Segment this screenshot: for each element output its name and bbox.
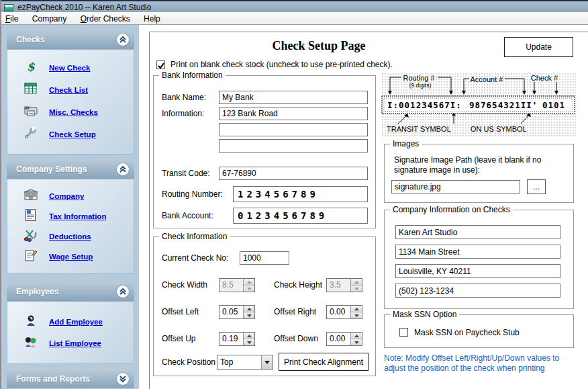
bank-information-groupbox: Bank Information Bank Name: Information:… (153, 75, 376, 228)
company-name-input[interactable] (395, 225, 560, 239)
offset-down-label: Offset Down (274, 334, 318, 343)
spin-down-icon[interactable] (351, 339, 362, 345)
bank-account-label: Bank Account: (162, 211, 213, 220)
sidebar-item-add-employee[interactable]: Add Employee (7, 311, 134, 333)
sidebar-panel-company-settings: Company Tax Information Deductions Wage … (7, 179, 134, 274)
stepper-value: 8.5 (219, 279, 243, 292)
deductions-icon (21, 228, 41, 245)
section-title: Forms and Reports (16, 374, 90, 384)
section-title: Checks (16, 35, 45, 44)
mask-ssn-checkbox[interactable] (399, 328, 408, 337)
chevron-down-icon[interactable] (117, 373, 129, 385)
sidebar-item-company[interactable]: Company (7, 186, 134, 206)
micr-check-number-text: 0101 (542, 100, 565, 110)
sidebar-item-misc-checks[interactable]: Misc. Checks (7, 101, 134, 123)
stepper-value: 0.05 (219, 306, 243, 318)
offset-right-stepper[interactable]: 0.00 (326, 305, 362, 319)
check-height-label: Check Height (274, 280, 322, 290)
sidebar-section-company-settings-header[interactable]: Company Settings (7, 160, 134, 179)
sidebar-item-check-setup[interactable]: Check Setup (7, 123, 134, 145)
dollar-icon: $ (21, 60, 41, 76)
wage-setup-icon (21, 249, 41, 265)
app-icon (4, 4, 13, 11)
check-number-callout-label: Check # (531, 74, 558, 82)
spin-up-icon[interactable] (351, 306, 362, 312)
company-city-input[interactable] (395, 264, 560, 278)
menu-file[interactable]: File (0, 13, 23, 25)
sidebar-item-deductions[interactable]: Deductions (7, 226, 134, 247)
company-phone-input[interactable] (395, 284, 560, 298)
browse-button[interactable]: ... (527, 179, 546, 194)
menu-bar: File Company Order Checks Help (0, 12, 588, 25)
print-blank-stock-label: Print on blank check stock (uncheck to u… (170, 60, 393, 69)
spin-down-icon (244, 286, 254, 292)
spin-up-icon[interactable] (351, 333, 362, 339)
routing-number-input[interactable]: 123456789 (233, 186, 368, 202)
chevron-up-icon[interactable] (117, 163, 129, 175)
micr-account-text: 987654321II' (469, 100, 538, 110)
on-us-symbol-label: ON US SYMBOL (471, 125, 527, 133)
micr-routing-text: I:001234567I: (387, 100, 462, 110)
spin-up-icon (244, 279, 254, 286)
bank-information-label: Information: (162, 109, 204, 118)
sidebar-section-checks-header[interactable]: Checks (7, 30, 134, 49)
bank-information-input-2[interactable] (219, 123, 368, 136)
sidebar-item-label: Deductions (49, 232, 91, 241)
menu-help[interactable]: Help (138, 13, 166, 25)
routing-number-callout-label: Routing # (403, 74, 435, 82)
routing-number-label: Routing Number: (162, 189, 223, 199)
stepper-value: 3.5 (327, 279, 350, 292)
sidebar-item-label: Check Setup (49, 130, 96, 138)
print-blank-stock-checkbox[interactable] (156, 60, 165, 69)
bank-name-input[interactable] (219, 91, 368, 104)
spin-down-icon[interactable] (244, 339, 254, 345)
stepper-value: 0.00 (327, 333, 350, 345)
sidebar-item-check-list[interactable]: Check List (7, 79, 134, 101)
check-width-label: Check Width (162, 280, 207, 290)
chevron-up-icon[interactable] (117, 286, 129, 298)
sidebar-item-label: Check List (49, 86, 88, 94)
spin-up-icon[interactable] (244, 333, 254, 339)
offset-up-label: Offset Up (162, 334, 195, 343)
misc-checks-icon (21, 105, 41, 120)
update-button[interactable]: Update (504, 37, 573, 57)
check-position-select[interactable]: Top (217, 355, 273, 370)
bank-information-input-1[interactable] (219, 107, 368, 120)
offset-up-stepper[interactable]: 0.19 (219, 332, 255, 346)
spin-down-icon[interactable] (244, 312, 254, 318)
signature-path-input[interactable] (391, 180, 520, 193)
sidebar-item-list-employee[interactable]: List Employee (7, 333, 134, 354)
offset-right-label: Offset Right (274, 307, 316, 316)
sidebar-section-employees-header[interactable]: Employees (7, 282, 134, 301)
offset-down-stepper[interactable]: 0.00 (326, 332, 362, 346)
page-title: Check Setup Page (222, 39, 416, 53)
menu-order-checks[interactable]: Order Checks (75, 13, 136, 25)
bank-information-input-3[interactable] (219, 139, 368, 153)
sidebar-item-wage-setup[interactable]: Wage Setup (7, 247, 134, 267)
sidebar-section-forms-and-reports-header[interactable]: Forms and Reports (7, 370, 134, 388)
sidebar-item-tax-information[interactable]: Tax Information (7, 206, 134, 226)
bank-account-input[interactable]: 0123456789 (233, 208, 368, 224)
sidebar-item-new-check[interactable]: $ New Check (7, 56, 134, 79)
current-check-no-input[interactable] (240, 251, 289, 265)
sidebar-panel-employees: Add Employee List Employee (7, 301, 134, 364)
offset-left-stepper[interactable]: 0.05 (219, 305, 255, 319)
transit-code-input[interactable] (219, 167, 368, 180)
bank-name-label: Bank Name: (162, 93, 206, 102)
spin-down-icon[interactable] (351, 312, 362, 318)
print-check-alignment-button[interactable]: Print Check Alignment (279, 353, 369, 371)
list-employee-icon (21, 336, 41, 351)
mask-ssn-groupbox: Mask SSN Option Mask SSN on Paycheck Stu… (384, 314, 574, 348)
transit-symbol-label: TRANSIT SYMBOL (387, 125, 451, 133)
chevron-up-icon[interactable] (117, 34, 129, 46)
menu-company[interactable]: Company (27, 13, 72, 25)
section-title: Employees (16, 287, 58, 296)
sidebar-item-label: Wage Setup (49, 253, 93, 261)
stepper-value: 0.00 (327, 306, 350, 318)
tax-information-icon (21, 208, 41, 224)
check-width-stepper: 8.5 (219, 278, 255, 292)
company-street-input[interactable] (395, 245, 560, 259)
groupbox-legend: Images (390, 139, 422, 148)
spin-up-icon[interactable] (244, 306, 254, 312)
chevron-down-icon[interactable] (261, 355, 273, 369)
